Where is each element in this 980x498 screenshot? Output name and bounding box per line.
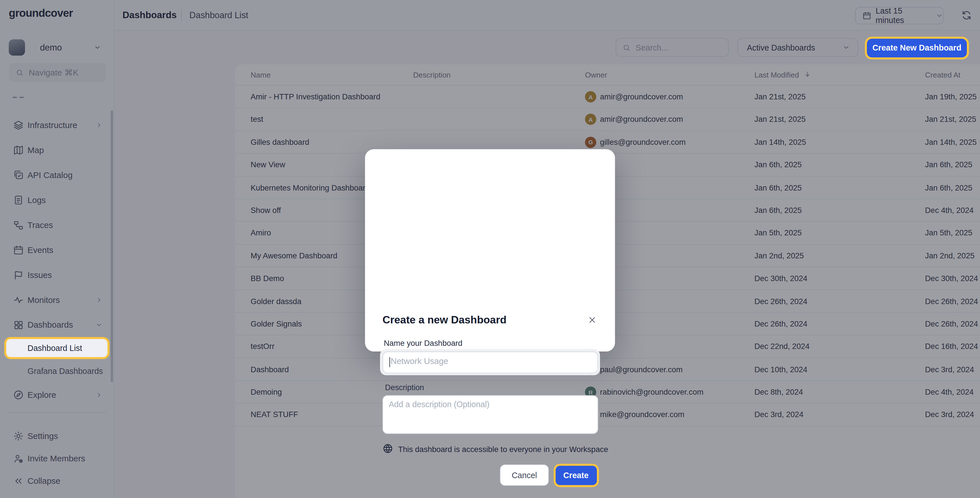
- description-field-label: Description: [385, 383, 424, 392]
- sidebar-subitem-label: Dashboard List: [27, 343, 82, 353]
- text-cursor: [389, 357, 390, 367]
- create-new-dashboard-button[interactable]: Create New Dashboard: [867, 39, 967, 57]
- close-icon[interactable]: [587, 315, 597, 325]
- create-button[interactable]: Create: [555, 465, 597, 485]
- cancel-button[interactable]: Cancel: [500, 465, 549, 486]
- sidebar-subitem-dashboard-list[interactable]: Dashboard List: [6, 339, 107, 357]
- modal-title: Create a new Dashboard: [383, 314, 506, 327]
- app-viewport: groundcover demo Navigate ⌘K Infrastruct…: [0, 0, 980, 498]
- name-input-placeholder: Network Usage: [391, 357, 448, 366]
- name-field-label: Name your Dashboard: [384, 339, 463, 348]
- workspace-access-note: This dashboard is accessible to everyone…: [398, 445, 608, 454]
- description-placeholder: Add a description (Optional): [389, 400, 490, 409]
- globe-icon: [383, 443, 393, 454]
- create-dashboard-modal: Create a new Dashboard Name your Dashboa…: [365, 149, 615, 352]
